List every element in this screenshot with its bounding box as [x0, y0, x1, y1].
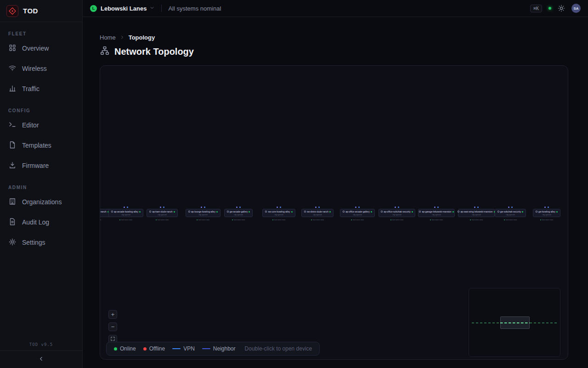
device-node[interactable]: ap-barn-dude-ranch cfg synced last seen …	[145, 207, 180, 221]
port-dot-icon	[511, 207, 513, 208]
online-status-dot-icon	[174, 211, 175, 213]
device-card[interactable]: ap-garage-lebowski-mansion cfg synced	[418, 209, 455, 217]
device-card[interactable]: gw-bowling-alley cfg synced	[533, 209, 560, 217]
device-ports	[395, 207, 399, 208]
device-child-label: last seen now	[430, 218, 443, 221]
device-ports	[160, 207, 164, 208]
sidebar-item-wireless[interactable]: Wireless	[0, 58, 82, 79]
port-dot-icon	[544, 207, 546, 208]
device-sub: cfg synced	[353, 213, 362, 216]
device-node[interactable]: gw-bowling-alley cfg synced last seen no…	[529, 207, 564, 221]
sidebar-item-label: Settings	[22, 239, 45, 246]
device-sub: cfg synced	[432, 213, 441, 216]
device-icon	[149, 211, 151, 213]
device-icon	[458, 211, 459, 213]
device-card[interactable]: gw-sobchak-security cfg synced	[495, 209, 526, 217]
port-dot-icon	[277, 207, 278, 208]
child-dot-icon	[232, 219, 233, 220]
sidebar-item-settings[interactable]: Settings	[0, 232, 82, 253]
app-version: TOD v9.5	[0, 342, 82, 347]
device-node[interactable]: gw-arcade-gallery cfg synced last seen n…	[221, 207, 256, 221]
device-sub: cfg synced	[472, 213, 481, 216]
port-dot-icon	[160, 207, 161, 208]
vpn-line-icon	[172, 348, 181, 349]
device-card[interactable]: gw-arcade-gallery cfg synced	[224, 209, 253, 217]
child-dot-icon	[470, 219, 471, 220]
device-node[interactable]: ap-arcade-bowling-alley cfg synced last …	[108, 207, 143, 221]
sidebar-item-audit-log[interactable]: Audit Log	[0, 212, 82, 232]
child-dot-icon	[351, 219, 352, 220]
command-palette-shortcut[interactable]: ⌘K	[530, 5, 542, 12]
device-sub: cfg synced	[158, 213, 166, 216]
device-card[interactable]: ap-office-sobchak-security cfg synced	[379, 209, 415, 217]
zoom-in-button[interactable]: +	[108, 310, 117, 319]
minimap[interactable]	[469, 288, 560, 357]
child-dot-icon	[430, 219, 431, 220]
online-status-dot-icon	[291, 211, 293, 213]
child-dot-icon	[156, 219, 157, 220]
device-card[interactable]: sw-distro-dude-ranch cfg synced	[301, 209, 334, 217]
sidebar-item-label: Editor	[22, 121, 39, 129]
device-node[interactable]: ap-office-sobchak-security cfg synced la…	[379, 207, 414, 221]
theme-toggle-sun-icon[interactable]	[558, 5, 565, 12]
online-status-dot-icon	[412, 211, 413, 213]
device-sub: cfg synced	[274, 213, 283, 216]
breadcrumb-home-link[interactable]: Home	[100, 34, 116, 41]
device-card[interactable]: ap-lounge-bowling-alley cfg synced	[186, 209, 220, 217]
device-node[interactable]: ap-lounge-bowling-alley cfg synced last …	[186, 207, 220, 221]
device-child-text: last seen now	[353, 218, 364, 221]
sidebar-collapse-button[interactable]	[0, 351, 82, 368]
port-dot-icon	[163, 207, 164, 208]
child-dot-icon	[540, 219, 541, 220]
sidebar-item-editor[interactable]: Editor	[0, 115, 82, 135]
sidebar-item-traffic[interactable]: Traffic	[0, 79, 82, 99]
device-node[interactable]: ap-office-arcade-gallery cfg synced last…	[340, 207, 375, 221]
org-avatar: L	[90, 5, 97, 12]
download-icon	[8, 161, 17, 171]
topology-icon	[100, 46, 110, 58]
child-dot-icon	[272, 219, 273, 220]
online-status-dot-icon	[371, 211, 372, 213]
port-dot-icon	[477, 207, 479, 208]
org-switcher[interactable]: L Lebowski Lanes	[90, 4, 155, 12]
device-icon	[304, 211, 306, 213]
topology-canvas[interactable]: sw-access-dude-ranch cfg synced last see…	[100, 65, 568, 360]
device-ports	[508, 207, 513, 208]
device-node[interactable]: sw-distro-dude-ranch cfg synced last see…	[300, 207, 335, 221]
device-child-label: last seen now	[100, 218, 101, 221]
device-card[interactable]: ap-east-wing-lebowski-mansion cfg synced	[458, 209, 495, 217]
sidebar-item-firmware[interactable]: Firmware	[0, 155, 82, 176]
device-ports	[124, 207, 128, 208]
port-dot-icon	[315, 207, 317, 208]
minimap-viewport[interactable]	[500, 316, 530, 329]
page-content: Home Topology Network Topology	[83, 17, 588, 360]
device-card[interactable]: ap-barn-dude-ranch cfg synced	[147, 209, 177, 217]
sidebar-item-templates[interactable]: Templates	[0, 135, 82, 155]
device-child-label: last seen now	[272, 218, 285, 221]
user-avatar[interactable]: SA	[571, 4, 581, 13]
device-name: gw-sobchak-security	[500, 210, 521, 213]
device-node[interactable]: gw-sobchak-security cfg synced last seen…	[493, 207, 528, 221]
device-card[interactable]: ap-office-arcade-gallery cfg synced	[340, 209, 374, 217]
port-dot-icon	[280, 207, 281, 208]
port-dot-icon	[201, 207, 202, 208]
device-child-label: last seen now	[156, 218, 169, 221]
device-node[interactable]: sw-core-bowling-alley cfg synced last se…	[261, 207, 296, 221]
child-dot-icon	[311, 219, 312, 220]
device-ports	[544, 207, 549, 208]
sidebar-item-organizations[interactable]: Organizations	[0, 192, 82, 212]
zoom-out-button[interactable]: −	[108, 322, 117, 331]
port-dot-icon	[204, 207, 205, 208]
device-icon	[265, 211, 267, 213]
device-node[interactable]: ap-garage-lebowski-mansion cfg synced la…	[419, 207, 454, 221]
child-dot-icon	[390, 219, 391, 220]
app-logo: TOD	[0, 0, 82, 22]
device-card[interactable]: ap-arcade-bowling-alley cfg synced	[108, 209, 143, 217]
legend-vpn: VPN	[172, 345, 195, 352]
device-node[interactable]: ap-east-wing-lebowski-mansion cfg synced…	[459, 207, 494, 221]
device-card[interactable]: sw-core-bowling-alley cfg synced	[262, 209, 295, 217]
port-dot-icon	[355, 207, 356, 208]
sidebar-item-overview[interactable]: Overview	[0, 38, 82, 58]
device-child-label: last seen now	[470, 218, 483, 221]
top-bar: L Lebowski Lanes All systems nominal ⌘K …	[83, 0, 588, 17]
